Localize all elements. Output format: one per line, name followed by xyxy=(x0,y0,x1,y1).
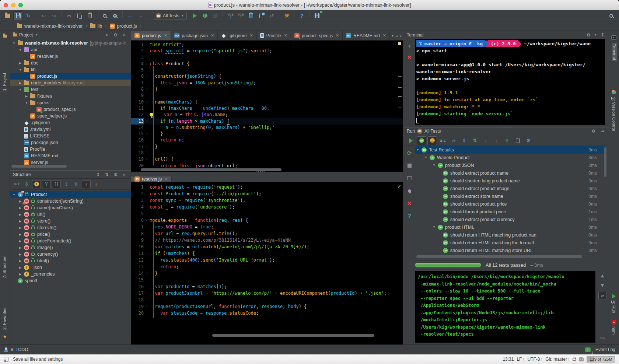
console-view-icon[interactable] xyxy=(407,175,412,182)
code-line[interactable]: 11˅ if (!matches) { xyxy=(131,250,403,257)
show-passed-icon[interactable]: OK xyxy=(417,136,426,145)
collapse-all-icon[interactable]: ⇅ xyxy=(470,136,480,145)
encoding-selector[interactable]: UTF-8▲▼ xyxy=(527,357,542,362)
tree-arrow-icon[interactable]: ▶ xyxy=(25,95,28,98)
structure-item[interactable]: ▶murl() xyxy=(10,211,131,218)
tree-item[interactable]: ▼api xyxy=(10,46,131,53)
code-line[interactable]: 16 return n; xyxy=(131,137,403,143)
expand-all-icon[interactable]: ⇕ xyxy=(459,136,469,145)
tree-item[interactable]: ▶doc xyxy=(10,60,131,66)
previous-failed-icon[interactable]: ↑ xyxy=(481,136,490,145)
splitter-handle[interactable]: ••••• xyxy=(503,125,512,129)
tree-item[interactable]: JSproduct_spec.js xyxy=(10,106,131,113)
tab-procfile[interactable]: Procfile✕ xyxy=(257,31,291,40)
collapse-all-icon[interactable]: ⇅ xyxy=(72,180,81,188)
code-line[interactable]: 7 this._json = JSON.parse(jsonString); xyxy=(131,80,403,86)
code-line[interactable]: 20 return this._json.object_url; xyxy=(131,163,403,168)
expand-all-icon[interactable]: ⇕ xyxy=(62,180,71,188)
tab-todo[interactable]: 6: TODO xyxy=(11,347,28,352)
code-line[interactable]: 10 var matches = url.match(/wanelo\.com\… xyxy=(131,244,403,250)
code-line[interactable]: 17˄ } xyxy=(131,144,403,150)
code-line[interactable]: 3const sync = require('synchronize'); xyxy=(131,197,403,204)
structure-item[interactable]: ▶f_json xyxy=(10,264,131,271)
structure-item[interactable]: vsprintf xyxy=(10,277,131,284)
tree-item[interactable]: ▶node_modules library root xyxy=(10,80,131,86)
fold-marker[interactable]: ˅ xyxy=(144,250,150,257)
sort-alpha-icon[interactable]: a↓z xyxy=(12,180,21,188)
terminal-output[interactable]: ⌥ master → origin Ȼ kg(r) 2.3.0 ~/worksp… xyxy=(415,39,605,125)
intention-bulb-icon[interactable] xyxy=(150,113,153,116)
tab--gitignore[interactable]: ◆.gitignore✕ xyxy=(218,31,257,40)
save-all-icon[interactable] xyxy=(312,11,322,20)
test-tree-item[interactable]: OKshould format product price1ms xyxy=(415,208,605,216)
code-line[interactable]: 3 xyxy=(131,55,403,61)
tab-readme-md[interactable]: MDREADME.md✕ xyxy=(343,31,390,40)
structure-item[interactable]: ▶mhtml() xyxy=(10,258,131,264)
close-icon[interactable]: ✕ xyxy=(165,177,168,182)
fold-marker[interactable]: ˅ xyxy=(144,99,150,105)
tree-item[interactable]: JSONpackage.json xyxy=(10,139,131,146)
structure-item[interactable]: ▶f_currencies xyxy=(10,271,131,277)
fold-marker[interactable]: ˅ xyxy=(144,217,150,224)
hidden-tabs-button[interactable]: ▼≡1 xyxy=(391,31,402,41)
hide-panel-icon[interactable]: ↧ xyxy=(599,32,606,38)
test-tree-item[interactable]: ▼OKWanelo Product3ms xyxy=(415,154,605,161)
test-tree-item[interactable]: OKshould return HTML matching store URL0… xyxy=(415,246,605,254)
tree-item[interactable]: JSspec_helper.js xyxy=(10,113,131,119)
close-icon[interactable]: ✕ xyxy=(211,33,214,38)
tree-item[interactable]: Procfile xyxy=(10,146,131,153)
tree-arrow-icon[interactable]: ▶ xyxy=(18,246,22,249)
test-tree-item[interactable]: OKshould extract product name0ms xyxy=(415,169,605,177)
code-line[interactable]: 6˅ constructor(jsonString) { xyxy=(131,73,403,80)
tab-product-spec-js[interactable]: JSproduct_spec.js✕ xyxy=(291,31,343,40)
rerun-failed-icon[interactable]: ⟳ xyxy=(407,150,412,157)
code-line[interactable]: 8˄ } xyxy=(131,86,403,92)
code-line[interactable]: 9 xyxy=(131,92,403,99)
code-line[interactable]: 7 res.NODE_DEBUG = true; xyxy=(131,224,403,230)
gear-icon[interactable]: ⚙ xyxy=(590,129,597,134)
import-results-icon[interactable]: ⇧ xyxy=(502,136,512,145)
editor-split[interactable]: 1const request = require('request');2con… xyxy=(131,182,403,333)
search-everywhere-icon[interactable] xyxy=(606,11,616,20)
code-line[interactable]: 1const request = require('request'); xyxy=(131,184,403,190)
test-tree-vscrollbar[interactable] xyxy=(604,147,606,177)
find-icon[interactable] xyxy=(100,11,109,20)
tab-terminal[interactable]: Terminal xyxy=(612,43,617,61)
vcs-shelf-icon[interactable] xyxy=(246,11,256,20)
run-configuration-combo[interactable]: m All Tests ▼ xyxy=(153,12,187,20)
fold-marker[interactable]: ˅ xyxy=(144,73,150,80)
stop-icon[interactable] xyxy=(408,162,412,169)
code-line[interactable]: 17 var productJsonUrl = 'https://wanelo.… xyxy=(131,290,403,297)
tab-event-log[interactable]: Event Log xyxy=(595,347,615,352)
code-line[interactable]: 19˅ url() { xyxy=(131,156,403,162)
pin-icon[interactable] xyxy=(408,188,411,194)
run-console-output[interactable]: /usr/local/bin/node /Users/kig/workspace… xyxy=(415,271,595,343)
code-line[interactable]: 14 n = n.substring(0, maxChars) + '&hell… xyxy=(131,125,403,131)
tree-arrow-icon[interactable]: ▼ xyxy=(18,68,22,71)
code-line[interactable]: 15 xyxy=(131,277,403,283)
code-line[interactable]: 4const _ = require('underscore'); xyxy=(131,204,403,210)
show-ignored-icon[interactable] xyxy=(427,136,437,145)
gear-icon[interactable]: ⚙ xyxy=(112,32,119,38)
float-mode-icon[interactable]: ⇥ xyxy=(599,129,606,134)
tree-item[interactable]: ▼wanelo-mixmax-link-resolver [giphy-exam… xyxy=(10,40,131,46)
fold-marker[interactable]: ˅ xyxy=(144,118,150,125)
test-tree-item[interactable]: ▼OKproduct HTML0ms xyxy=(415,223,605,231)
vcs-commit-icon[interactable]: VCS↑ xyxy=(236,11,245,20)
close-icon[interactable]: ✕ xyxy=(407,200,412,207)
tree-item[interactable]: .travis.yml xyxy=(10,126,131,133)
code-line[interactable]: 18 xyxy=(131,150,403,156)
code-line[interactable]: 4˅class Product { xyxy=(131,61,403,67)
tree-arrow-icon[interactable]: ▶ xyxy=(18,213,22,216)
code-line[interactable]: 1"use strict"; xyxy=(131,42,403,48)
tree-arrow-icon[interactable]: ▶ xyxy=(18,206,22,210)
breadcrumb-item[interactable]: wanelo-mixmax-link-resolver xyxy=(17,24,83,29)
tree-item[interactable]: ◆.gitignore xyxy=(10,119,131,126)
fold-marker[interactable]: ˄ xyxy=(144,144,150,150)
structure-item[interactable]: ▶mimage() xyxy=(10,244,131,251)
tree-arrow-icon[interactable]: ▼ xyxy=(433,225,436,229)
arrow-up-icon[interactable]: ▲ xyxy=(600,273,605,279)
close-icon[interactable]: ✕ xyxy=(284,33,287,38)
rollback-icon[interactable]: ↺ xyxy=(267,11,276,20)
autoscroll-to-source-icon[interactable]: ⤓ xyxy=(82,180,91,188)
